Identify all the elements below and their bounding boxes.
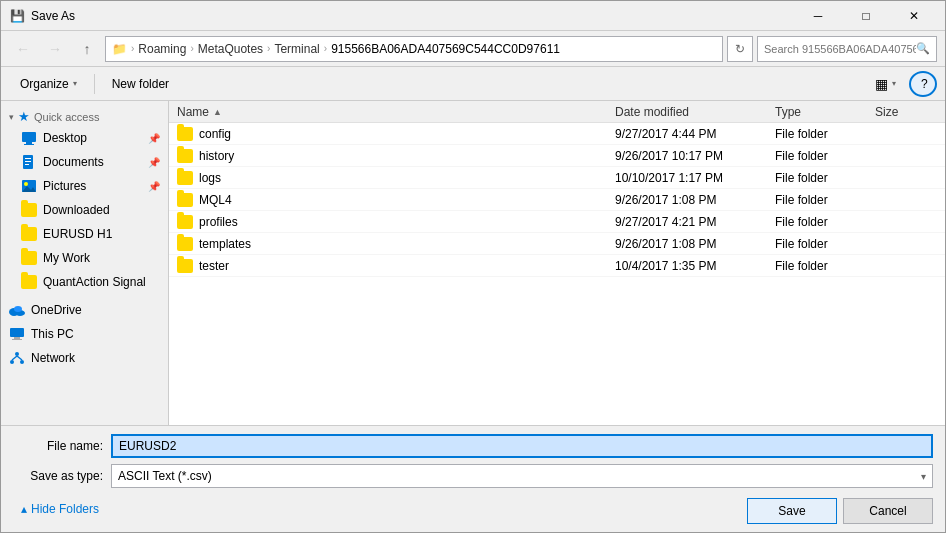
search-box[interactable]: 🔍 (757, 36, 937, 62)
star-icon: ★ (18, 109, 30, 124)
table-row[interactable]: MQL4 9/26/2017 1:08 PM File folder (169, 189, 945, 211)
file-date: 9/27/2017 4:21 PM (611, 215, 771, 229)
file-date: 9/27/2017 4:44 PM (611, 127, 771, 141)
file-name: logs (199, 171, 221, 185)
hide-folders-link[interactable]: ▴ Hide Folders (13, 500, 107, 518)
header-type[interactable]: Type (771, 105, 871, 119)
table-row[interactable]: templates 9/26/2017 1:08 PM File folder (169, 233, 945, 255)
file-date: 10/10/2017 1:17 PM (611, 171, 771, 185)
filename-row: File name: (13, 434, 933, 458)
sidebar-item-thispc[interactable]: This PC (1, 322, 168, 346)
view-icon: ▦ (875, 76, 888, 92)
address-path[interactable]: 📁 › Roaming › MetaQuotes › Terminal › 91… (105, 36, 723, 62)
organize-button[interactable]: Organize ▾ (9, 71, 88, 97)
view-button[interactable]: ▦ ▾ (864, 71, 907, 97)
filename-input[interactable] (111, 434, 933, 458)
desktop-label: Desktop (43, 131, 87, 145)
svg-rect-15 (12, 339, 22, 340)
header-date[interactable]: Date modified (611, 105, 771, 119)
table-row[interactable]: config 9/27/2017 4:44 PM File folder (169, 123, 945, 145)
path-segment-1: 📁 (112, 42, 127, 56)
search-input[interactable] (764, 43, 916, 55)
collapse-icon-small: ▴ (21, 502, 27, 516)
file-rows-container: config 9/27/2017 4:44 PM File folder his… (169, 123, 945, 277)
svg-point-16 (15, 352, 19, 356)
sidebar-item-desktop[interactable]: Desktop 📌 (1, 126, 168, 150)
refresh-button[interactable]: ↻ (727, 36, 753, 62)
path-segment-metaquotes: MetaQuotes (198, 42, 263, 56)
maximize-button[interactable]: □ (843, 1, 889, 31)
quick-access-label: Quick access (34, 111, 99, 123)
folder-icon (177, 237, 193, 251)
table-row[interactable]: tester 10/4/2017 1:35 PM File folder (169, 255, 945, 277)
thispc-label: This PC (31, 327, 74, 341)
sidebar-item-onedrive[interactable]: OneDrive (1, 298, 168, 322)
svg-rect-4 (25, 158, 31, 159)
file-type: File folder (771, 259, 871, 273)
file-name: MQL4 (199, 193, 232, 207)
pin-icon-desktop: 📌 (148, 133, 160, 144)
file-type: File folder (771, 215, 871, 229)
savetype-row: Save as type: ASCII Text (*.csv) ▾ (13, 464, 933, 488)
downloaded-label: Downloaded (43, 203, 110, 217)
dialog-icon: 💾 (9, 8, 25, 24)
table-row[interactable]: logs 10/10/2017 1:17 PM File folder (169, 167, 945, 189)
file-type: File folder (771, 171, 871, 185)
file-type: File folder (771, 149, 871, 163)
sidebar-item-pictures[interactable]: Pictures 📌 (1, 174, 168, 198)
file-date: 9/26/2017 1:08 PM (611, 193, 771, 207)
sidebar-item-my-work[interactable]: My Work (1, 246, 168, 270)
eurusd-label: EURUSD H1 (43, 227, 112, 241)
file-date: 9/26/2017 10:17 PM (611, 149, 771, 163)
pictures-label: Pictures (43, 179, 86, 193)
svg-point-17 (10, 360, 14, 364)
folder-icon (177, 149, 193, 163)
close-button[interactable]: ✕ (891, 1, 937, 31)
up-button[interactable]: ↑ (73, 36, 101, 62)
back-button[interactable]: ← (9, 36, 37, 62)
file-name: tester (199, 259, 229, 273)
svg-rect-0 (22, 132, 36, 142)
svg-rect-13 (10, 328, 24, 337)
file-list: Name ▲ Date modified Type Size config 9/… (169, 101, 945, 425)
table-row[interactable]: profiles 9/27/2017 4:21 PM File folder (169, 211, 945, 233)
documents-label: Documents (43, 155, 104, 169)
save-label: Save (778, 504, 805, 518)
svg-rect-1 (26, 142, 32, 144)
svg-rect-14 (14, 337, 20, 339)
view-chevron: ▾ (892, 79, 896, 88)
svg-rect-2 (24, 144, 34, 145)
help-icon: ? (921, 77, 928, 91)
path-segment-id: 915566BA06ADA407569C544CC0D97611 (331, 42, 560, 56)
sidebar-item-documents[interactable]: Documents 📌 (1, 150, 168, 174)
forward-button[interactable]: → (41, 36, 69, 62)
file-date: 9/26/2017 1:08 PM (611, 237, 771, 251)
network-label: Network (31, 351, 75, 365)
onedrive-icon (9, 302, 25, 318)
help-button[interactable]: ? (909, 71, 937, 97)
file-name: profiles (199, 215, 238, 229)
svg-point-18 (20, 360, 24, 364)
savetype-select[interactable]: ASCII Text (*.csv) ▾ (111, 464, 933, 488)
sidebar-item-downloaded[interactable]: Downloaded (1, 198, 168, 222)
file-list-header: Name ▲ Date modified Type Size (169, 101, 945, 123)
sidebar-item-eurusd-h1[interactable]: EURUSD H1 (1, 222, 168, 246)
window-controls: ─ □ ✕ (795, 1, 937, 31)
table-row[interactable]: history 9/26/2017 10:17 PM File folder (169, 145, 945, 167)
save-button[interactable]: Save (747, 498, 837, 524)
header-name[interactable]: Name ▲ (173, 105, 611, 119)
sidebar-item-network[interactable]: Network (1, 346, 168, 370)
svg-line-20 (17, 356, 22, 360)
sidebar-header-quick-access[interactable]: ▾ ★ Quick access (1, 105, 168, 126)
cancel-button[interactable]: Cancel (843, 498, 933, 524)
header-size[interactable]: Size (871, 105, 941, 119)
quantaction-label: QuantAction Signal (43, 275, 146, 289)
sidebar-item-quantaction[interactable]: QuantAction Signal (1, 270, 168, 294)
title-bar: 💾 Save As ─ □ ✕ (1, 1, 945, 31)
new-folder-button[interactable]: New folder (101, 71, 180, 97)
minimize-button[interactable]: ─ (795, 1, 841, 31)
thispc-icon (9, 326, 25, 342)
onedrive-label: OneDrive (31, 303, 82, 317)
folder-icon (177, 259, 193, 273)
file-name: templates (199, 237, 251, 251)
